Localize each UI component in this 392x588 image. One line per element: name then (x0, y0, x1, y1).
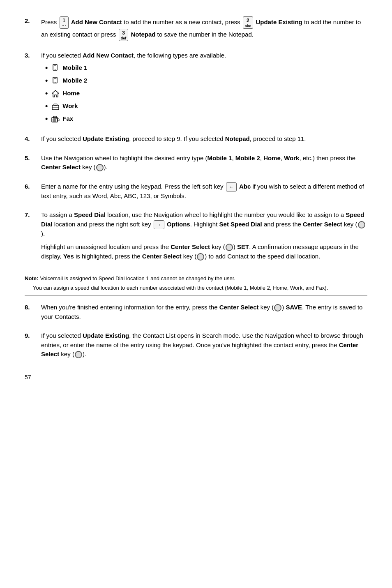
center-select-icon-9 (75, 351, 82, 358)
step-6-number: 6. (25, 182, 41, 190)
bullet-dot-mobile2: • (45, 75, 48, 86)
step-4: 4. If you selected Update Existing, proc… (25, 134, 367, 146)
work-icon: ··· (51, 102, 60, 111)
step-7-para2: Highlight an unassigned location and pre… (41, 242, 367, 261)
step-4-number: 4. (25, 134, 41, 142)
contact-type-list: • 1 Mobile 1 • 2 (45, 62, 367, 125)
step-2-body: Press 1·· · Add New Contact to add the n… (41, 16, 367, 44)
mobile1-label: Mobile 1 (62, 63, 87, 73)
left-soft-key-icon: ← (226, 182, 237, 191)
step-5: 5. Use the Navigation wheel to highlight… (25, 154, 367, 175)
step-9: 9. If you selected Update Existing, the … (25, 331, 367, 362)
step-6-body: Enter a name for the entry using the key… (41, 182, 367, 203)
mobile2-icon: 2 (51, 76, 60, 85)
step-8-text: When you're finished entering informatio… (41, 303, 367, 321)
svg-text:2: 2 (56, 77, 58, 80)
step-4-text: If you selected Update Existing, proceed… (41, 134, 367, 144)
center-select-icon-7b (226, 244, 233, 251)
fax-label: Fax (62, 114, 73, 124)
list-item-home: • Home (45, 88, 367, 99)
svg-point-1 (55, 69, 55, 70)
key-2-icon: 2abc (243, 16, 254, 29)
step-9-number: 9. (25, 331, 41, 339)
note-box: Note: Voicemail is assigned to Speed Dia… (25, 271, 367, 295)
step-3-body: If you selected Add New Contact, the fol… (41, 51, 367, 127)
svg-text:···: ··· (55, 105, 56, 107)
note-main-line: Note: Voicemail is assigned to Speed Dia… (25, 274, 367, 281)
svg-point-5 (55, 82, 55, 83)
step-9-body: If you selected Update Existing, the Con… (41, 331, 367, 362)
page-number: 57 (25, 374, 367, 380)
bullet-dot-work: • (45, 101, 48, 112)
page-content: 2. Press 1·· · Add New Contact to add th… (25, 16, 367, 380)
step-3-intro: If you selected Add New Contact, the fol… (41, 51, 367, 60)
step-7: 7. To assign a Speed Dial location, use … (25, 210, 367, 263)
note-main-text: Voicemail is assigned to Speed Dial loca… (40, 275, 235, 281)
step-4-body: If you selected Update Existing, proceed… (41, 134, 367, 146)
center-select-icon-8 (274, 304, 281, 311)
home-label: Home (62, 89, 80, 98)
key-1-icon: 1·· · (60, 16, 69, 29)
svg-marker-8 (52, 90, 59, 97)
step-7-body: To assign a Speed Dial location, use the… (41, 210, 367, 263)
list-item-mobile1: • 1 Mobile 1 (45, 62, 367, 74)
step-9-text: If you selected Update Existing, the Con… (41, 331, 367, 359)
bullet-dot-fax: • (45, 113, 48, 125)
step-2-number: 2. (25, 16, 41, 24)
step-8-body: When you're finished entering informatio… (41, 303, 367, 324)
work-label: Work (62, 101, 78, 111)
step-3-number: 3. (25, 51, 41, 59)
right-soft-key-icon: → (154, 220, 164, 229)
step-6-text: Enter a name for the entry using the key… (41, 182, 367, 201)
bullet-dot-home: • (45, 88, 48, 99)
fax-icon (51, 115, 60, 124)
add-new-contact-label: Add New Contact (71, 18, 122, 25)
update-existing-label: Update Existing (256, 18, 302, 25)
center-select-icon-7a (358, 221, 365, 228)
step-2: 2. Press 1·· · Add New Contact to add th… (25, 16, 367, 44)
note-title: Note: (25, 275, 38, 281)
step-5-body: Use the Navigation wheel to highlight th… (41, 154, 367, 175)
bullet-dot-mobile1: • (45, 62, 48, 74)
step-3: 3. If you selected Add New Contact, the … (25, 51, 367, 127)
step-5-number: 5. (25, 154, 41, 161)
step-3-add-contact-ref: Add New Contact (83, 52, 134, 59)
note-sub-text: You can assign a speed dial location to … (33, 285, 367, 291)
list-item-work: • ··· Work (45, 101, 367, 112)
svg-text:1: 1 (56, 64, 58, 67)
key-3-icon: 3def (119, 29, 129, 41)
mobile1-icon: 1 (51, 64, 60, 73)
step-7-para1: To assign a Speed Dial location, use the… (41, 210, 367, 238)
list-item-mobile2: • 2 Mobile 2 (45, 75, 367, 86)
step-7-number: 7. (25, 210, 41, 218)
home-icon (51, 89, 60, 98)
notepad-label: Notepad (131, 31, 155, 38)
step-6: 6. Enter a name for the entry using the … (25, 182, 367, 203)
step-5-text: Use the Navigation wheel to highlight th… (41, 154, 367, 172)
list-item-fax: • Fax (45, 113, 367, 125)
center-select-icon-5 (96, 164, 104, 171)
step-2-text: Press 1·· · Add New Contact to add the n… (41, 16, 367, 41)
step-8-number: 8. (25, 303, 41, 311)
step-8: 8. When you're finished entering informa… (25, 303, 367, 324)
center-select-icon-7c (197, 253, 204, 261)
mobile2-label: Mobile 2 (62, 76, 87, 85)
